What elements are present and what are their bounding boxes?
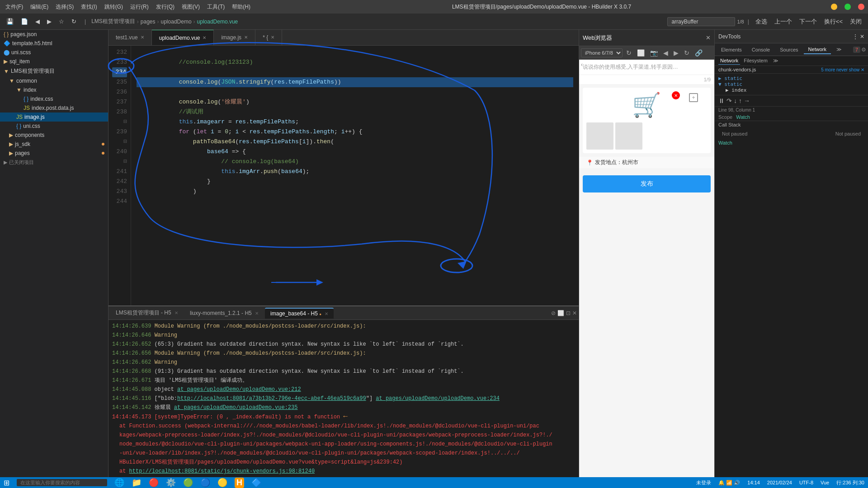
breadcrumb-file[interactable]: uploadDemo.vue	[197, 19, 238, 25]
taskbar-hbuilder[interactable]: H	[235, 478, 244, 488]
split-icon[interactable]: ⊡	[566, 310, 571, 316]
devtools-pause-icon[interactable]: ⏸	[718, 97, 725, 104]
browser-forward-nav[interactable]: ▶	[672, 48, 680, 57]
add-image-button[interactable]: +	[689, 93, 698, 102]
toolbar-refresh[interactable]: ↻	[69, 17, 79, 26]
app-menu-help[interactable]: 帮助(H)	[230, 2, 252, 12]
taskbar-settings[interactable]: ⚙️	[166, 478, 176, 488]
network-subtab-filesystem[interactable]: Filesystem	[742, 57, 769, 65]
sidebar-item-lms[interactable]: ▼ LMS租赁管理项目	[0, 66, 108, 76]
network-subtab-network[interactable]: Network	[718, 57, 740, 65]
bottom-tab-liuxy-close[interactable]: ✕	[255, 311, 259, 316]
app-menu-find[interactable]: 查找(I)	[79, 2, 99, 12]
sidebar-item-index-post[interactable]: JS index.post.data.js	[0, 103, 108, 113]
sidebar-item-index-css[interactable]: { } index.css	[0, 94, 108, 103]
more-never-show[interactable]: 5 more never show ✕	[821, 67, 864, 72]
sidebar-item-uni-scss[interactable]: ⬤ uni.scss	[0, 48, 108, 57]
tab-close-css[interactable]: ✕	[271, 35, 274, 40]
bottom-tab-image-close[interactable]: ✕	[325, 311, 328, 316]
app-menu-tools[interactable]: 工具(T)	[205, 2, 226, 12]
devtools-tab-sources[interactable]: Sources	[775, 46, 802, 54]
sidebar-item-pages[interactable]: ▶ pages	[0, 149, 108, 158]
devtools-settings-icon[interactable]: ⚙	[861, 47, 866, 53]
bottom-tab-liuxy[interactable]: liuxy-moments_1.2.1 - H5 ✕	[184, 308, 264, 318]
tab-close-upload[interactable]: ✕	[203, 35, 206, 40]
browser-swipe-left[interactable]: ‹	[581, 61, 583, 68]
publish-button[interactable]: 发布	[583, 175, 711, 192]
sidebar-item-uni-css[interactable]: { } uni.css	[0, 122, 108, 131]
breadcrumb-project[interactable]: LMS租赁管理项目	[91, 18, 135, 25]
devtools-close-icon[interactable]: ✕	[860, 33, 864, 40]
toolbar-save[interactable]: 💾	[4, 17, 16, 26]
toolbar-forward[interactable]: ▶	[44, 17, 54, 26]
sidebar-item-index-folder[interactable]: ▼ index	[0, 85, 108, 94]
devtools-folder-static[interactable]: ▶ static	[718, 75, 864, 81]
tab-image-js[interactable]: image.js ✕	[214, 30, 255, 45]
app-menu-view[interactable]: 视图(V)	[180, 2, 202, 12]
sidebar-item-sql-item[interactable]: ▶ sql_item	[0, 57, 108, 66]
watch-section-label[interactable]: Watch	[715, 139, 868, 146]
browser-home-nav[interactable]: ↻	[682, 48, 691, 57]
devtools-tab-console[interactable]: Console	[747, 46, 774, 54]
tab-close-image[interactable]: ✕	[244, 35, 248, 40]
bottom-tab-lms-close[interactable]: ✕	[175, 310, 178, 315]
taskbar-app7[interactable]: 🟡	[217, 478, 227, 488]
devtools-step-in-icon[interactable]: ↓	[734, 97, 737, 104]
minimize-button[interactable]	[831, 4, 837, 10]
word-wrap-button[interactable]: 换行<<	[821, 17, 845, 27]
sidebar-item-js-sdk[interactable]: ▶ js_sdk	[0, 140, 108, 149]
taskbar-app9[interactable]: 🔷	[251, 478, 261, 488]
app-menu-publish[interactable]: 发行(Q)	[154, 2, 176, 12]
taskbar-app3[interactable]: 🔴	[149, 478, 159, 488]
taskbar-files[interactable]: 📁	[132, 478, 142, 488]
devtools-expand-icon[interactable]: ⋮	[853, 33, 858, 40]
browser-back-nav[interactable]: ◀	[661, 48, 670, 57]
browser-close-icon[interactable]: ✕	[706, 34, 711, 41]
bottom-tab-lms[interactable]: LMS租赁管理项目 - H5 ✕	[110, 307, 184, 319]
tab-css[interactable]: * { ✕	[255, 30, 282, 45]
app-menu-file[interactable]: 文件(F)	[4, 2, 25, 12]
devtools-folder-static-open[interactable]: ▼ static	[718, 81, 864, 87]
tab-uploadDemo[interactable]: uploadDemo.vue ✕	[152, 30, 214, 45]
devtools-step-icon[interactable]: →	[744, 97, 750, 104]
toolbar-bookmark[interactable]: ☆	[56, 17, 67, 26]
devtools-step-over-icon[interactable]: ↷	[726, 97, 732, 104]
browser-inspect-icon[interactable]: ⬜	[635, 48, 646, 57]
toolbar-back[interactable]: ◀	[33, 17, 42, 26]
browser-screenshot-icon[interactable]: 📷	[648, 48, 660, 57]
devtools-tab-network[interactable]: Network	[804, 45, 831, 54]
devtools-tab-elements[interactable]: Elements	[717, 46, 746, 54]
devtools-step-out-icon[interactable]: ↑	[739, 97, 742, 104]
code-content[interactable]: //console.log(123123) console.log(JSON.s…	[131, 46, 579, 305]
breadcrumb-pages[interactable]: pages	[141, 19, 156, 25]
devtools-tab-more[interactable]: ≫	[832, 45, 846, 54]
close-panel-icon[interactable]: ✕	[572, 310, 577, 316]
sidebar-item-components[interactable]: ▶ components	[0, 131, 108, 140]
breadcrumb-uploadDemo[interactable]: uploadDemo	[161, 19, 192, 25]
tab-close-test1[interactable]: ✕	[141, 35, 144, 40]
windows-start-icon[interactable]: ⊞	[4, 479, 9, 487]
select-all-button[interactable]: 全选	[753, 17, 770, 27]
tab-test1[interactable]: test1.vue ✕	[108, 30, 152, 45]
sidebar-item-image-js[interactable]: JS image.js	[0, 113, 108, 122]
sidebar-item-closed[interactable]: ▶ 已关闭项目	[0, 158, 108, 167]
devtools-folder-index[interactable]: ▶ index	[718, 87, 864, 93]
close-search-button[interactable]: 关闭	[847, 17, 864, 27]
watch-label[interactable]: Watch	[736, 114, 750, 120]
taskbar-chrome[interactable]: 🌐	[114, 478, 124, 488]
app-menu-run[interactable]: 运行(R)	[128, 2, 151, 12]
sidebar-item-template-h5[interactable]: 🔷 template.h5.html	[0, 39, 108, 48]
device-selector[interactable]: iPhone 6/7/8	[581, 48, 623, 57]
taskbar-app5[interactable]: 🟢	[183, 478, 193, 488]
bottom-tab-image-base64[interactable]: image_base64 - H5 ● ✕	[265, 308, 334, 319]
next-match-button[interactable]: 下一个	[797, 17, 820, 27]
browser-refresh-icon[interactable]: ↻	[624, 48, 633, 57]
close-button[interactable]	[858, 4, 864, 10]
prev-match-button[interactable]: 上一个	[772, 17, 795, 27]
sidebar-item-pages-json[interactable]: { } pages.json	[0, 30, 108, 39]
app-menu-edit[interactable]: 编辑(E)	[28, 2, 50, 12]
browser-external-icon[interactable]: 🔗	[693, 48, 704, 57]
console-output[interactable]: 14:14:26.639 Module Warning (from ./node…	[108, 320, 579, 477]
taskbar-search[interactable]	[17, 479, 107, 486]
toolbar-new[interactable]: 📄	[18, 17, 31, 26]
